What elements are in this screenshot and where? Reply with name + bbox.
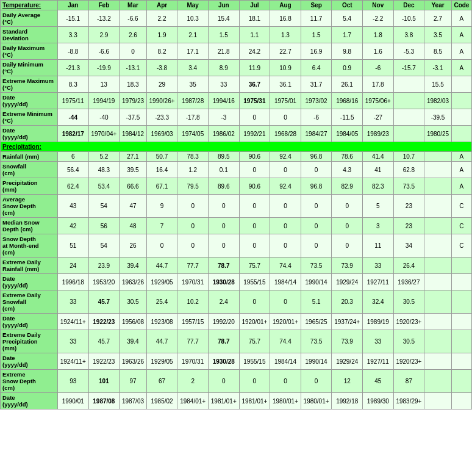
cell-value bbox=[451, 93, 471, 109]
cell-value bbox=[451, 370, 471, 393]
cell-value: -3.1 bbox=[424, 60, 452, 76]
cell-value: 16.8 bbox=[270, 10, 301, 27]
cell-value: 36.1 bbox=[270, 76, 301, 93]
cell-value: -10.5 bbox=[393, 10, 424, 27]
cell-value: 78.7 bbox=[208, 258, 239, 274]
cell-value: 0 bbox=[208, 370, 239, 393]
row-label: Snowfall (cm) bbox=[1, 162, 58, 178]
cell-value: 1920/01+ bbox=[239, 314, 270, 330]
cell-value: 0 bbox=[177, 218, 209, 234]
cell-value: 9 bbox=[146, 195, 177, 218]
row-label: Average Snow Depth (cm) bbox=[1, 195, 58, 218]
row-label: Extreme Daily Snowfall (cm) bbox=[1, 290, 58, 314]
cell-value: 1.1 bbox=[239, 27, 270, 43]
cell-value bbox=[424, 178, 452, 195]
cell-value: 1987/03 bbox=[120, 393, 147, 409]
row-label: Rainfall (mm) bbox=[1, 152, 58, 162]
cell-value: 2.9 bbox=[88, 27, 120, 43]
cell-value: 0 bbox=[301, 195, 332, 218]
cell-value: 0 bbox=[301, 218, 332, 234]
cell-value: 1980/25 bbox=[424, 126, 452, 142]
cell-value: 35 bbox=[177, 76, 209, 93]
cell-value: -21.3 bbox=[57, 60, 88, 76]
cell-value: 0 bbox=[208, 218, 239, 234]
cell-value: 34 bbox=[393, 234, 424, 258]
cell-value: 0 bbox=[270, 234, 301, 258]
header-jun: Jun bbox=[208, 1, 239, 10]
cell-value: 1982/17 bbox=[57, 126, 88, 142]
cell-value: 96.8 bbox=[301, 178, 332, 195]
cell-value: 0 bbox=[239, 290, 270, 314]
cell-value: -27 bbox=[363, 109, 394, 126]
cell-value: 1975/31 bbox=[239, 93, 270, 109]
cell-value: 1924/11+ bbox=[57, 353, 88, 370]
cell-value: 11.7 bbox=[301, 10, 332, 27]
cell-value: -6.6 bbox=[120, 10, 147, 27]
cell-value: 1970/31 bbox=[177, 353, 209, 370]
cell-value: 1955/15 bbox=[239, 274, 270, 290]
cell-value: 21.8 bbox=[208, 43, 239, 60]
table-row: Snowfall (cm)56.448.339.516.41.20.10004.… bbox=[1, 162, 472, 178]
cell-value: 1979/23 bbox=[120, 93, 147, 109]
cell-value: 3.4 bbox=[177, 60, 209, 76]
cell-value: -15.1 bbox=[57, 10, 88, 27]
cell-value: 2.6 bbox=[120, 27, 147, 43]
cell-value: 78.7 bbox=[208, 330, 239, 353]
cell-value: 1922/23 bbox=[88, 314, 120, 330]
cell-value: -37.5 bbox=[120, 109, 147, 126]
cell-value: 27.1 bbox=[120, 152, 147, 162]
cell-value: 10.3 bbox=[177, 10, 209, 27]
cell-value: 23.9 bbox=[88, 258, 120, 274]
cell-value: 0 bbox=[208, 234, 239, 258]
row-label: Date (yyyy/dd) bbox=[1, 93, 58, 109]
cell-value: 87 bbox=[393, 370, 424, 393]
cell-value: 67.1 bbox=[146, 178, 177, 195]
row-label: Precipitation (mm) bbox=[1, 178, 58, 195]
cell-value: 11 bbox=[363, 234, 394, 258]
cell-value: 17.8 bbox=[363, 76, 394, 93]
row-label: Extreme Snow Depth (cm) bbox=[1, 370, 58, 393]
cell-value: 29 bbox=[146, 76, 177, 93]
cell-value: C bbox=[451, 195, 471, 218]
row-label: Date (yyyy/dd) bbox=[1, 274, 58, 290]
row-label: Date (yyyy/dd) bbox=[1, 126, 58, 142]
cell-value: -40 bbox=[88, 109, 120, 126]
cell-value: 0 bbox=[239, 218, 270, 234]
cell-value: 1923/08 bbox=[146, 314, 177, 330]
cell-value bbox=[393, 109, 424, 126]
cell-value: 1980/01+ bbox=[301, 393, 332, 409]
cell-value: 1974/05 bbox=[177, 126, 209, 142]
cell-value: 1963/26 bbox=[120, 353, 147, 370]
cell-value: -39.5 bbox=[424, 109, 452, 126]
cell-value: 33 bbox=[363, 258, 394, 274]
cell-value: -8.8 bbox=[57, 43, 88, 60]
table-row: Extreme Daily Rainfall (mm)2423.939.444.… bbox=[1, 258, 472, 274]
cell-value: -13.2 bbox=[88, 10, 120, 27]
cell-value: 26 bbox=[120, 234, 147, 258]
cell-value: 1929/05 bbox=[146, 274, 177, 290]
header-may: May bbox=[177, 1, 209, 10]
cell-value: 3.8 bbox=[393, 27, 424, 43]
cell-value: 22.7 bbox=[270, 43, 301, 60]
header-feb: Feb bbox=[88, 1, 120, 10]
row-label: Extreme Maximum (°C) bbox=[1, 76, 58, 93]
cell-value: 24.2 bbox=[239, 43, 270, 60]
cell-value: -6 bbox=[301, 109, 332, 126]
cell-value: 30.5 bbox=[393, 330, 424, 353]
cell-value: 1985/02 bbox=[146, 393, 177, 409]
header-sep: Sep bbox=[301, 1, 332, 10]
cell-value: 3.5 bbox=[424, 27, 452, 43]
cell-value: 0 bbox=[208, 195, 239, 218]
cell-value: 1996/18 bbox=[57, 274, 88, 290]
table-row: Date (yyyy/dd)1996/181953/201963/261929/… bbox=[1, 274, 472, 290]
cell-value: 1.5 bbox=[208, 27, 239, 43]
table-row: Daily Maximum (°C)-8.8-6.608.217.121.824… bbox=[1, 43, 472, 60]
cell-value: 1980/01+ bbox=[270, 393, 301, 409]
cell-value: 0 bbox=[239, 109, 270, 126]
cell-value: 1984/27 bbox=[301, 126, 332, 142]
cell-value: 90.6 bbox=[239, 178, 270, 195]
cell-value: 5 bbox=[363, 195, 394, 218]
cell-value: 1.9 bbox=[146, 27, 177, 43]
cell-value: 0 bbox=[120, 43, 147, 60]
header-code: Code bbox=[451, 1, 471, 10]
